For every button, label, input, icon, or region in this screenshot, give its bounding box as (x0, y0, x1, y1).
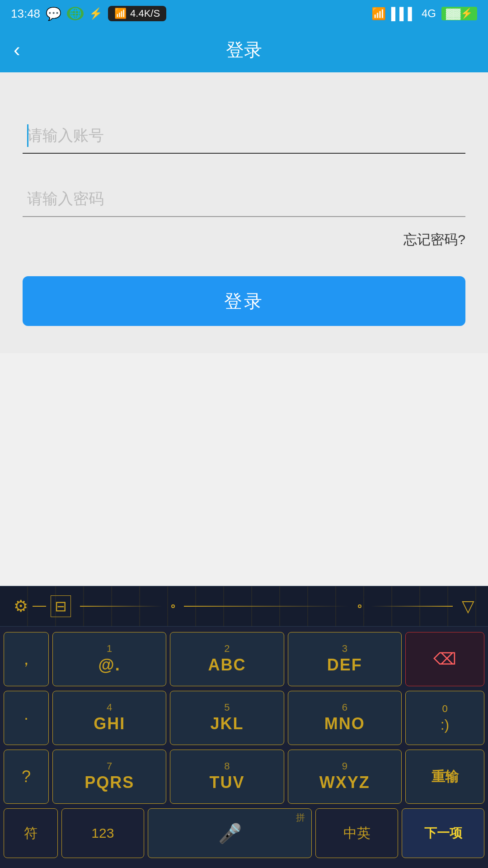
login-button[interactable]: 登录 (23, 276, 465, 326)
right-col-3: 重输 (405, 750, 484, 804)
side-col-1: ， (4, 632, 49, 686)
password-input[interactable] (23, 181, 465, 217)
key-pinyin-label: 拼 (296, 811, 305, 824)
key-7-letters: PQRS (84, 773, 134, 792)
forgot-password-section: 忘记密码? (23, 231, 465, 249)
key-next-label: 下一项 (424, 825, 462, 842)
input-cursor (27, 124, 28, 147)
keyboard-area: ⚙ ⊟ ▽ ， 1 @. (0, 586, 488, 868)
key-fu[interactable]: 符 (4, 808, 58, 858)
key-lang-label: 中英 (343, 824, 371, 843)
key-comma-label: ， (18, 648, 34, 670)
key-reset-label: 重输 (432, 768, 459, 786)
keyboard-row-1: ， 1 @. 2 ABC 3 DEF (4, 632, 484, 686)
key-0-number: 0 (442, 703, 447, 715)
side-col-2: · (4, 691, 49, 745)
main-col-2: 4 GHI 5 JKL 6 MNO (52, 691, 402, 745)
network-speed-badge: 📶 4.4K/S (108, 6, 166, 21)
status-left: 13:48 💬 🌐 ⚡ 📶 4.4K/S (11, 6, 166, 21)
key-8-tuv[interactable]: 8 TUV (170, 750, 284, 804)
wifi-small-icon: 📶 (114, 8, 127, 19)
key-0-smiley[interactable]: 0 :) (405, 691, 484, 745)
key-9-wxyz[interactable]: 9 WXYZ (288, 750, 402, 804)
key-5-number: 5 (224, 703, 230, 712)
key-reset[interactable]: 重输 (405, 750, 484, 804)
signal-icon: ▌▌▌ (391, 7, 416, 21)
key-dot[interactable]: · (4, 691, 49, 745)
toolbar-divider (33, 606, 46, 607)
key-6-mno[interactable]: 6 MNO (288, 691, 402, 745)
back-button[interactable]: ‹ (14, 40, 20, 60)
header: ‹ 登录 (0, 27, 488, 72)
key-1-number: 1 (107, 644, 112, 654)
status-right: 📶 ▌▌▌ 4G ▓▓⚡ (371, 7, 477, 21)
key-0-letters: :) (441, 717, 450, 733)
microphone-icon: 🎤 (218, 822, 242, 844)
key-4-letters: GHI (94, 714, 125, 733)
key-6-letters: MNO (324, 714, 365, 733)
key-4-number: 4 (107, 703, 112, 712)
keyboard-row-3: ? 7 PQRS 8 TUV 9 WXYZ (4, 750, 484, 804)
key-6-number: 6 (342, 703, 347, 712)
page-title: 登录 (226, 38, 262, 62)
key-4-ghi[interactable]: 4 GHI (52, 691, 166, 745)
time-display: 13:48 (11, 7, 40, 21)
status-bar: 13:48 💬 🌐 ⚡ 📶 4.4K/S 📶 ▌▌▌ 4G ▓▓⚡ (0, 0, 488, 27)
side-col-3: ? (4, 750, 49, 804)
keyboard-hide-icon[interactable]: ▽ (462, 597, 474, 616)
main-col-3: 7 PQRS 8 TUV 9 WXYZ (52, 750, 402, 804)
main-row-2: 4 GHI 5 JKL 6 MNO (52, 691, 402, 745)
key-123-label: 123 (91, 826, 114, 841)
account-input[interactable] (23, 118, 465, 154)
key-fu-label: 符 (24, 824, 38, 843)
wifi-icon: 📶 (371, 7, 386, 21)
network-type: 4G (422, 7, 436, 20)
key-5-jkl[interactable]: 5 JKL (170, 691, 284, 745)
network-speed: 4.4K/S (130, 8, 160, 19)
main-row-1: 1 @. 2 ABC 3 DEF (52, 632, 402, 686)
key-3-letters: DEF (327, 656, 362, 675)
key-next[interactable]: 下一项 (402, 808, 484, 858)
key-9-letters: WXYZ (319, 773, 370, 792)
key-dot-label: · (24, 708, 28, 727)
keyboard-settings-icon[interactable]: ⚙ (14, 597, 28, 616)
password-input-group (23, 181, 465, 217)
key-comma[interactable]: ， (4, 632, 49, 686)
main-row-3: 7 PQRS 8 TUV 9 WXYZ (52, 750, 402, 804)
main-col-1: 1 @. 2 ABC 3 DEF (52, 632, 402, 686)
keyboard-toolbar: ⚙ ⊟ ▽ (0, 586, 488, 627)
key-123[interactable]: 123 (61, 808, 144, 858)
delete-icon: ⌫ (433, 650, 456, 669)
key-question-label: ? (22, 767, 31, 786)
keyboard-type-icon[interactable]: ⊟ (51, 595, 71, 617)
usb-icon: ⚡ (89, 7, 103, 20)
key-1-letters: @. (99, 656, 121, 675)
forgot-password-link[interactable]: 忘记密码? (404, 232, 465, 247)
key-8-number: 8 (224, 761, 230, 771)
key-lang[interactable]: 中英 (315, 808, 398, 858)
main-content: 忘记密码? 登录 (0, 72, 488, 353)
key-3-def[interactable]: 3 DEF (288, 632, 402, 686)
key-2-letters: ABC (208, 656, 246, 675)
key-3-number: 3 (342, 644, 347, 654)
right-col-1: ⌫ (405, 632, 484, 686)
key-delete[interactable]: ⌫ (405, 632, 484, 686)
key-7-pqrs[interactable]: 7 PQRS (52, 750, 166, 804)
key-2-number: 2 (224, 644, 230, 654)
key-9-number: 9 (342, 761, 347, 771)
key-space[interactable]: 拼 🎤 (148, 808, 312, 858)
key-1-at[interactable]: 1 @. (52, 632, 166, 686)
keyboard-body: ， 1 @. 2 ABC 3 DEF (0, 627, 488, 868)
globe-icon: 🌐 (67, 7, 84, 20)
wechat-icon: 💬 (46, 6, 61, 21)
key-8-letters: TUV (209, 773, 244, 792)
keyboard-row-2: · 4 GHI 5 JKL 6 MNO (4, 691, 484, 745)
keyboard-bottom-row: 符 123 拼 🎤 中英 下一项 (4, 808, 484, 858)
key-5-letters: JKL (210, 714, 244, 733)
key-7-number: 7 (107, 761, 112, 771)
battery-icon: ▓▓⚡ (441, 7, 477, 20)
right-col-2: 0 :) (405, 691, 484, 745)
key-2-abc[interactable]: 2 ABC (170, 632, 284, 686)
key-question[interactable]: ? (4, 750, 49, 804)
circuit-decoration (71, 604, 462, 608)
